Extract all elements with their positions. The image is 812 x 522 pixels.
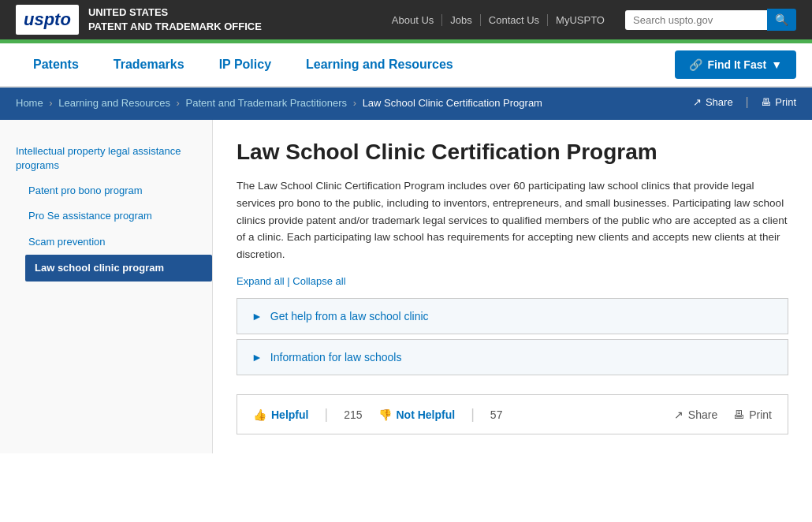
logo-text: UNITED STATES PATENT AND TRADEMARK OFFIC… — [88, 6, 262, 34]
sidebar-item-scam-prevention[interactable]: Scam prevention — [28, 229, 212, 255]
feedback-share-label: Share — [688, 408, 717, 421]
expand-all-link[interactable]: Expand all — [237, 275, 285, 287]
not-helpful-label: Not Helpful — [397, 408, 456, 421]
nav-patents[interactable]: Patents — [16, 43, 96, 86]
myuspto-link[interactable]: MyUSPTO — [548, 14, 613, 26]
not-helpful-count: 57 — [490, 408, 503, 421]
share-icon: ↗ — [693, 96, 702, 108]
breadcrumb-practitioners[interactable]: Patent and Trademark Practitioners — [186, 97, 348, 109]
not-helpful-button[interactable]: 👎 Not Helpful — [378, 408, 456, 421]
find-it-fast-label: Find It Fast — [707, 58, 766, 71]
feedback-print-label: Print — [749, 408, 772, 421]
nav-learning-resources[interactable]: Learning and Resources — [289, 43, 471, 86]
expand-collapse-controls: Expand all | Collapse all — [237, 275, 788, 287]
find-it-fast-button[interactable]: 🔗 Find It Fast ▼ — [675, 50, 796, 79]
breadcrumb-sep-1: › — [49, 97, 52, 109]
accordion-header-2[interactable]: ► Information for law schools — [237, 340, 788, 375]
print-icon: 🖶 — [761, 96, 771, 108]
share-label: Share — [706, 96, 733, 108]
accordion-item-2: ► Information for law schools — [237, 339, 788, 375]
action-separator: | — [746, 95, 749, 108]
print-link[interactable]: 🖶 Print — [761, 96, 796, 108]
accordion-label-1: Get help from a law school clinic — [270, 310, 429, 323]
nav-trademarks[interactable]: Trademarks — [96, 43, 202, 86]
nav-ip-policy[interactable]: IP Policy — [202, 43, 289, 86]
page-title: Law School Clinic Certification Program — [237, 139, 788, 166]
nav-items: Patents Trademarks IP Policy Learning an… — [16, 43, 471, 86]
feedback-share-icon: ↗ — [674, 408, 683, 421]
helpful-button[interactable]: 👍 Helpful — [253, 408, 308, 421]
search-box: 🔍 — [625, 9, 796, 31]
feedback-bar: 👍 Helpful | 215 👎 Not Helpful | 57 ↗ Sha… — [237, 394, 788, 434]
top-bar: uspto UNITED STATES PATENT AND TRADEMARK… — [0, 0, 812, 39]
feedback-right: ↗ Share 🖶 Print — [674, 408, 772, 421]
breadcrumb-home[interactable]: Home — [16, 97, 43, 109]
main-content: Intellectual property legal assistance p… — [0, 120, 812, 454]
jobs-link[interactable]: Jobs — [442, 14, 480, 26]
breadcrumb: Home › Learning and Resources › Patent a… — [16, 95, 542, 112]
main-nav: Patents Trademarks IP Policy Learning an… — [0, 43, 812, 88]
logo-area: uspto UNITED STATES PATENT AND TRADEMARK… — [16, 5, 262, 35]
breadcrumb-learning[interactable]: Learning and Resources — [58, 97, 170, 109]
feedback-print-button[interactable]: 🖶 Print — [733, 408, 772, 421]
helpful-separator: | — [324, 406, 328, 423]
not-helpful-separator: | — [471, 406, 475, 423]
accordion-header-1[interactable]: ► Get help from a law school clinic — [237, 299, 788, 334]
thumbs-up-icon: 👍 — [253, 408, 266, 421]
logo: uspto — [16, 5, 79, 35]
sidebar: Intellectual property legal assistance p… — [0, 120, 213, 454]
thumbs-down-icon: 👎 — [378, 408, 392, 421]
helpful-label: Helpful — [271, 408, 308, 421]
accordion-arrow-1: ► — [251, 310, 263, 323]
feedback-share-button[interactable]: ↗ Share — [674, 408, 717, 421]
about-us-link[interactable]: About Us — [384, 14, 442, 26]
search-input[interactable] — [625, 10, 767, 30]
top-bar-right: About Us Jobs Contact Us MyUSPTO 🔍 — [384, 9, 796, 31]
sidebar-item-pro-se[interactable]: Pro Se assistance program — [28, 203, 212, 229]
page-content: Law School Clinic Certification Program … — [213, 120, 812, 454]
sidebar-sub-items: Patent pro bono program Pro Se assistanc… — [16, 178, 212, 282]
feedback-print-icon: 🖶 — [733, 408, 744, 421]
top-links: About Us Jobs Contact Us MyUSPTO — [384, 14, 613, 26]
search-button[interactable]: 🔍 — [767, 9, 796, 31]
sidebar-item-law-school-clinic[interactable]: Law school clinic program — [25, 255, 212, 282]
breadcrumb-current: Law School Clinic Certification Program — [363, 97, 542, 109]
breadcrumb-sep-3: › — [353, 97, 356, 109]
accordion-label-2: Information for law schools — [270, 351, 402, 364]
sidebar-item-patent-pro-bono[interactable]: Patent pro bono program — [28, 178, 212, 203]
share-link[interactable]: ↗ Share — [693, 96, 733, 108]
chevron-down-icon: ▼ — [771, 58, 782, 71]
accordion-item-1: ► Get help from a law school clinic — [237, 298, 788, 334]
sidebar-item-ip-legal[interactable]: Intellectual property legal assistance p… — [16, 139, 212, 178]
print-label: Print — [775, 96, 796, 108]
link-icon: 🔗 — [689, 58, 702, 71]
breadcrumb-bar: Home › Learning and Resources › Patent a… — [0, 88, 812, 120]
accordion-arrow-2: ► — [251, 351, 263, 364]
collapse-all-link[interactable]: Collapse all — [292, 275, 345, 287]
contact-us-link[interactable]: Contact Us — [481, 14, 548, 26]
helpful-count: 215 — [344, 408, 362, 421]
breadcrumb-actions: ↗ Share | 🖶 Print — [693, 95, 796, 108]
feedback-left: 👍 Helpful | 215 👎 Not Helpful | 57 — [253, 406, 502, 423]
breadcrumb-sep-2: › — [177, 97, 180, 109]
intro-text: The Law School Clinic Certification Prog… — [237, 177, 788, 263]
